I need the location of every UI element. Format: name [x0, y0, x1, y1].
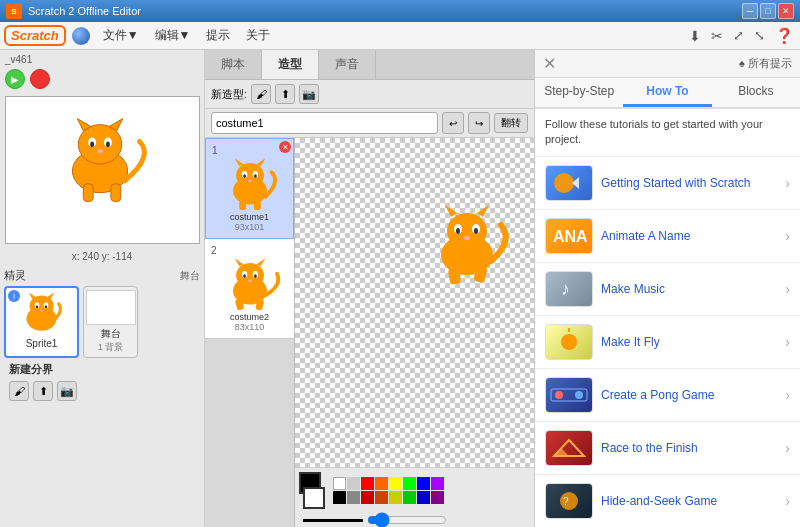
green-flag-button[interactable]: ▶: [5, 69, 25, 89]
tutorial-arrow-0: ›: [785, 175, 790, 191]
color-cell[interactable]: [389, 477, 402, 490]
stop-button[interactable]: [30, 69, 50, 89]
svg-point-19: [40, 309, 43, 311]
svg-rect-10: [111, 184, 121, 202]
toolbar-download-icon[interactable]: ⬇: [687, 26, 703, 46]
tutorial-item-5[interactable]: Race to the Finish ›: [535, 422, 800, 475]
color-cell[interactable]: [347, 477, 360, 490]
maximize-button[interactable]: □: [760, 3, 776, 19]
paint-sprite-icon[interactable]: 🖌: [9, 381, 29, 401]
sprite-thumb-name: Sprite1: [26, 338, 58, 349]
tutorial-item-1[interactable]: ANA Animate A Name ›: [535, 210, 800, 263]
tutorial-item-6[interactable]: ? Hide-and-Seek Game ›: [535, 475, 800, 527]
tutorial-list: Getting Started with Scratch › ANA Anima…: [535, 157, 800, 527]
menu-edit[interactable]: 编辑▼: [148, 24, 198, 47]
tutorial-thumb-4: [545, 377, 593, 413]
logo-text: Scratch: [11, 28, 59, 43]
stage-coords: x: 240 y: -114: [0, 249, 204, 264]
toolbar-shrink-icon[interactable]: ⤡: [752, 26, 767, 45]
upload-sprite-icon[interactable]: ⬆: [33, 381, 53, 401]
tutorial-thumb-1: ANA: [545, 218, 593, 254]
toolbar-fullscreen-icon[interactable]: ⤢: [731, 26, 746, 45]
tab-scripts[interactable]: 脚本: [205, 50, 262, 79]
costume-number-2: 2: [209, 245, 217, 256]
toolbar-help-icon[interactable]: ❓: [773, 25, 796, 47]
color-cell[interactable]: [403, 477, 416, 490]
stage-thumb[interactable]: 舞台 1 背景: [83, 286, 138, 358]
sprite-info-badge[interactable]: i: [8, 290, 20, 302]
color-cell[interactable]: [417, 491, 430, 504]
color-cell[interactable]: [417, 477, 430, 490]
sprite-section-header: 精灵 舞台: [4, 268, 200, 283]
hints-description: Follow these tutorials to get started wi…: [535, 109, 800, 157]
menu-about[interactable]: 关于: [239, 24, 277, 47]
costume-delete-1[interactable]: ✕: [279, 141, 291, 153]
svg-rect-9: [83, 184, 93, 202]
tutorial-item-2[interactable]: ♪ Make Music ›: [535, 263, 800, 316]
tutorial-title-6: Hide-and-Seek Game: [601, 494, 777, 508]
menu-hints[interactable]: 提示: [199, 24, 237, 47]
svg-point-49: [474, 228, 478, 234]
color-cell[interactable]: [431, 477, 444, 490]
minimize-button[interactable]: ─: [742, 3, 758, 19]
camera-costume-icon[interactable]: 📷: [299, 84, 319, 104]
tab-costumes[interactable]: 造型: [262, 50, 319, 79]
svg-point-1: [78, 125, 121, 164]
svg-marker-33: [234, 258, 243, 266]
svg-text:?: ?: [563, 496, 569, 507]
costume-item-2[interactable]: 2: [205, 239, 294, 339]
svg-point-38: [254, 274, 257, 278]
camera-sprite-icon[interactable]: 📷: [57, 381, 77, 401]
toolbar-cut-icon[interactable]: ✂: [709, 26, 725, 46]
new-sprite-actions: 🖌 ⬆ 📷: [4, 379, 200, 403]
tutorial-item-4[interactable]: Create a Pong Game ›: [535, 369, 800, 422]
costume-name-input[interactable]: [211, 112, 438, 134]
tab-blocks[interactable]: Blocks: [712, 78, 800, 107]
tutorial-item-3[interactable]: Make It Fly ›: [535, 316, 800, 369]
svg-point-61: [575, 391, 583, 399]
color-cell[interactable]: [431, 491, 444, 504]
svg-marker-45: [477, 205, 489, 217]
globe-icon[interactable]: [72, 27, 90, 45]
tab-sounds[interactable]: 声音: [319, 50, 376, 79]
svg-point-48: [456, 228, 460, 234]
svg-point-8: [97, 149, 103, 153]
undo-button[interactable]: ↩: [442, 112, 464, 134]
new-costume-label: 新造型:: [211, 87, 247, 102]
hints-close-button[interactable]: ✕: [543, 54, 556, 73]
tab-step-by-step[interactable]: Step-by-Step: [535, 78, 623, 107]
hints-all-label[interactable]: ♠ 所有提示: [739, 56, 792, 71]
color-palette: [333, 477, 444, 504]
stage-thumb-label: 舞台: [101, 327, 121, 341]
costume-number-1: 1: [210, 145, 218, 156]
color-cell[interactable]: [389, 491, 402, 504]
color-cell[interactable]: [375, 491, 388, 504]
color-cell[interactable]: [403, 491, 416, 504]
sprite-thumb-sprite1[interactable]: i: [4, 286, 79, 358]
svg-point-37: [243, 274, 246, 278]
svg-text:♪: ♪: [561, 279, 570, 299]
line-width-slider[interactable]: [367, 512, 447, 527]
color-cell[interactable]: [361, 477, 374, 490]
sprite-section-title: 精灵: [4, 268, 26, 283]
svg-marker-23: [256, 158, 265, 166]
svg-point-60: [555, 391, 563, 399]
color-cell[interactable]: [333, 477, 346, 490]
tutorial-item-0[interactable]: Getting Started with Scratch ›: [535, 157, 800, 210]
color-cell[interactable]: [347, 491, 360, 504]
close-button[interactable]: ✕: [778, 3, 794, 19]
svg-rect-30: [253, 201, 260, 210]
paint-costume-icon[interactable]: 🖌: [251, 84, 271, 104]
redo-button[interactable]: ↪: [468, 112, 490, 134]
costume-item-1[interactable]: 1 ✕: [205, 138, 294, 239]
color-cell[interactable]: [361, 491, 374, 504]
flip-button[interactable]: 翻转: [494, 113, 528, 133]
color-swatches: [299, 472, 325, 509]
color-cell[interactable]: [333, 491, 346, 504]
color-cell[interactable]: [375, 477, 388, 490]
menu-file[interactable]: 文件▼: [96, 24, 146, 47]
tutorial-thumb-6: ?: [545, 483, 593, 519]
secondary-color-swatch[interactable]: [303, 487, 325, 509]
tab-how-to[interactable]: How To: [623, 78, 711, 107]
upload-costume-icon[interactable]: ⬆: [275, 84, 295, 104]
